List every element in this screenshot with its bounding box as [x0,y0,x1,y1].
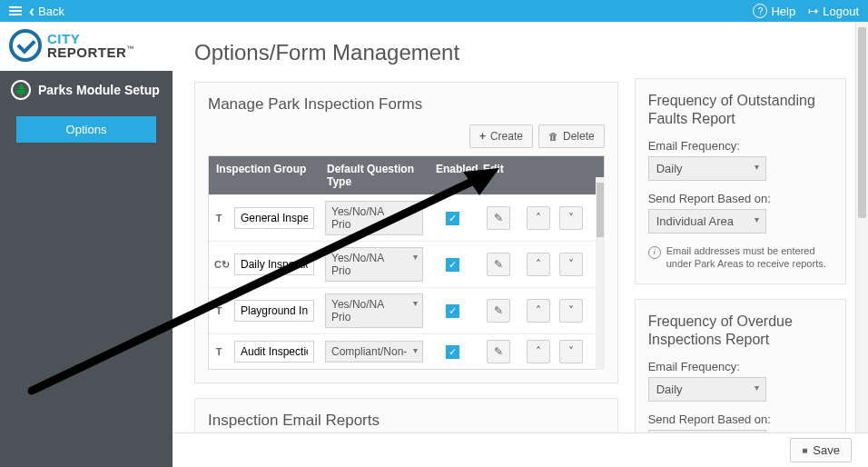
row-type-icon: T [209,303,229,318]
question-type-select[interactable]: Yes/No/NA Prio [325,293,423,328]
page-title: Options/Form Management [194,40,618,65]
delete-button[interactable]: Delete [538,124,605,148]
logo-tm: ™ [126,45,133,53]
logo-area: CITY REPORTER™ [0,22,173,71]
tree-icon: 🌲 [11,80,31,100]
question-type-select[interactable]: Yes/No/NA Prio [325,201,423,235]
help-label: Help [771,5,795,18]
col-enabled: Enabled [429,156,476,194]
row-type-icon: T [209,344,229,359]
table-row: C↻Yes/No/NA Prio✎˄˅ [209,241,604,287]
save-label: Save [813,443,840,457]
delete-label: Delete [563,130,595,143]
module-header[interactable]: 🌲 Parks Module Setup [0,71,173,109]
grid-scrollbar[interactable] [596,177,605,370]
table-row: TCompliant/Non-✎˄˅ [209,333,604,369]
forms-panel-title: Manage Park Inspection Forms [208,95,605,114]
move-down-button[interactable]: ˅ [559,253,583,276]
move-down-button[interactable]: ˅ [559,299,583,323]
create-button[interactable]: Create [469,124,533,148]
move-up-button[interactable]: ˄ [527,340,550,363]
col-edit: Edit [476,156,585,194]
hamburger-icon[interactable] [9,6,22,15]
faults-panel: Frequency of Outstanding Faults Report E… [635,78,846,284]
col-qtype: Default Question Type [320,156,429,194]
question-type-select[interactable]: Compliant/Non- [325,341,423,363]
options-button[interactable]: Options [16,116,156,143]
module-title: Parks Module Setup [38,83,160,97]
logo-text: CITY REPORTER™ [47,32,133,59]
grid-header: Inspection Group Default Question Type E… [209,156,604,194]
row-type-icon: C↻ [209,257,229,273]
group-name-input[interactable] [234,253,314,275]
move-down-button[interactable]: ˅ [559,206,583,230]
overdue-basis-label: Send Report Based on: [648,412,833,426]
info-icon [648,244,661,271]
top-bar: Back Help Logout [0,0,868,22]
move-up-button[interactable]: ˄ [527,299,550,323]
enabled-checkbox[interactable] [446,304,459,318]
footer-bar: Save [173,432,868,467]
create-label: Create [490,130,523,143]
enabled-checkbox[interactable] [446,258,459,272]
faults-note-text: Email addresses must be entered under Pa… [666,244,833,271]
faults-freq-label: Email Frequency: [648,139,833,153]
save-button[interactable]: Save [790,438,852,462]
edit-button[interactable]: ✎ [487,340,510,363]
group-name-input[interactable] [234,341,314,363]
move-up-button[interactable]: ˄ [527,253,550,276]
col-group: Inspection Group [209,156,320,194]
edit-button[interactable]: ✎ [487,206,510,230]
logo-reporter: REPORTER [47,45,126,60]
faults-basis-label: Send Report Based on: [648,192,833,205]
faults-basis-select[interactable]: Individual Area [648,209,766,234]
move-down-button[interactable]: ˅ [559,340,583,363]
main-content: Options/Form Management Manage Park Insp… [173,22,868,467]
sidebar: CITY REPORTER™ 🌲 Parks Module Setup Opti… [0,22,173,467]
table-row: TYes/No/NA Prio✎˄˅ [209,287,604,333]
forms-panel: Manage Park Inspection Forms Create Dele… [194,82,618,383]
table-row: TYes/No/NA Prio✎˄˅ [209,194,604,241]
group-name-input[interactable] [234,207,314,229]
back-button[interactable]: Back [29,3,64,19]
move-up-button[interactable]: ˄ [527,206,550,230]
question-type-select[interactable]: Yes/No/NA Prio [325,247,423,282]
row-type-icon: T [209,211,229,225]
trash-icon [548,130,558,143]
email-panel-title: Inspection Email Reports [208,412,605,430]
help-link[interactable]: Help [753,4,795,18]
back-label: Back [38,5,64,18]
overdue-panel-title: Frequency of Overdue Inspections Report [648,313,833,349]
enabled-checkbox[interactable] [446,212,459,225]
faults-info-note: Email addresses must be entered under Pa… [648,244,833,271]
logout-link[interactable]: Logout [808,4,859,18]
overdue-freq-select[interactable]: Daily [648,377,766,402]
edit-button[interactable]: ✎ [487,299,510,323]
logo-mark-icon [9,29,42,62]
group-name-input[interactable] [234,300,314,322]
logout-label: Logout [823,5,859,18]
edit-button[interactable]: ✎ [487,253,510,276]
page-scrollbar[interactable] [855,22,868,432]
plus-icon [479,130,486,143]
forms-grid: Inspection Group Default Question Type E… [208,155,605,370]
overdue-freq-label: Email Frequency: [648,360,833,373]
faults-freq-select[interactable]: Daily [648,156,766,181]
enabled-checkbox[interactable] [446,345,459,359]
faults-panel-title: Frequency of Outstanding Faults Report [648,92,833,128]
